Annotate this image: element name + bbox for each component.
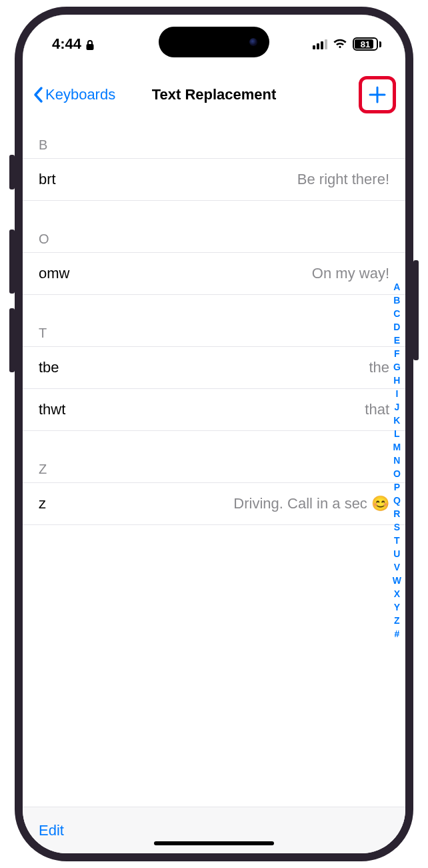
add-button[interactable]	[360, 77, 395, 112]
alpha-index-item[interactable]: C	[393, 307, 400, 320]
alpha-index-item[interactable]: F	[394, 347, 400, 360]
alpha-index-item[interactable]: A	[393, 280, 400, 293]
alpha-index-item[interactable]: S	[394, 520, 400, 533]
lock-icon	[85, 38, 95, 50]
alpha-index-item[interactable]: Y	[394, 600, 400, 613]
plus-icon	[367, 84, 388, 105]
alpha-index-item[interactable]: K	[393, 414, 400, 426]
alpha-index-item[interactable]: Z	[394, 614, 400, 626]
alpha-index-item[interactable]: P	[394, 480, 400, 493]
alpha-index-item[interactable]: L	[394, 427, 400, 440]
back-label: Keyboards	[45, 86, 115, 103]
volume-up-button	[9, 230, 15, 294]
power-button	[413, 260, 419, 360]
shortcut-text: z	[39, 495, 46, 512]
cellular-icon	[313, 39, 327, 49]
page-title: Text Replacement	[152, 86, 277, 103]
replacement-row[interactable]: omwOn my way!	[23, 253, 405, 295]
volume-down-button	[9, 308, 15, 372]
alpha-index-item[interactable]: O	[393, 467, 401, 480]
alpha-index-item[interactable]: #	[394, 627, 399, 640]
section-gap	[23, 295, 405, 322]
phrase-text: On my way!	[312, 265, 389, 282]
alpha-index-item[interactable]: H	[393, 374, 400, 386]
content[interactable]: BbrtBe right there!OomwOn my way!Ttbethe…	[23, 113, 405, 807]
alpha-index-item[interactable]: I	[395, 387, 398, 400]
alpha-index-item[interactable]: N	[393, 454, 400, 466]
wifi-icon	[333, 39, 347, 49]
home-indicator[interactable]	[154, 841, 274, 845]
section-header: T	[23, 322, 405, 347]
replacement-row[interactable]: thwtthat	[23, 389, 405, 431]
phrase-text: Be right there!	[297, 171, 389, 188]
replacement-row[interactable]: tbethe	[23, 347, 405, 389]
volume-switch	[9, 155, 15, 189]
replacement-row[interactable]: brtBe right there!	[23, 159, 405, 201]
alpha-index-item[interactable]: E	[394, 334, 400, 346]
alpha-index-item[interactable]: X	[394, 587, 400, 600]
dynamic-island	[159, 27, 269, 57]
svg-rect-0	[87, 44, 94, 50]
nav-bar: Keyboards Text Replacement	[23, 76, 405, 113]
screen: 4:44 81	[23, 15, 405, 853]
alpha-index-item[interactable]: R	[393, 507, 400, 520]
phrase-text: that	[365, 401, 389, 418]
alpha-index-item[interactable]: Q	[393, 494, 401, 506]
alpha-index-item[interactable]: W	[393, 574, 401, 586]
alpha-index-item[interactable]: D	[393, 320, 400, 333]
alpha-index[interactable]: ABCDEFGHIJKLMNOPQRSTUVWXYZ#	[393, 280, 401, 640]
phrase-text: the	[369, 359, 389, 376]
shortcut-text: brt	[39, 171, 56, 188]
edit-button[interactable]: Edit	[39, 822, 64, 839]
alpha-index-item[interactable]: T	[394, 534, 400, 546]
bottom-toolbar: Edit	[23, 807, 405, 853]
battery-icon: 81	[353, 37, 381, 51]
chevron-left-icon	[32, 86, 44, 103]
section-gap	[23, 201, 405, 228]
shortcut-text: thwt	[39, 401, 65, 418]
phone-frame: 4:44 81	[15, 7, 413, 861]
section-header: B	[23, 133, 405, 159]
alpha-index-item[interactable]: J	[394, 400, 399, 413]
section-gap	[23, 431, 405, 458]
shortcut-text: tbe	[39, 359, 59, 376]
alpha-index-item[interactable]: B	[393, 294, 400, 306]
replacement-row[interactable]: zDriving. Call in a sec 😊	[23, 483, 405, 525]
alpha-index-item[interactable]: M	[393, 440, 401, 453]
alpha-index-item[interactable]: G	[393, 360, 401, 373]
phrase-text: Driving. Call in a sec 😊	[233, 495, 389, 512]
status-left: 4:44	[52, 35, 95, 53]
status-right: 81	[313, 37, 381, 51]
status-time: 4:44	[52, 35, 81, 53]
alpha-index-item[interactable]: V	[394, 560, 400, 573]
alpha-index-item[interactable]: U	[393, 547, 400, 560]
section-header: O	[23, 228, 405, 253]
battery-percentage: 81	[361, 39, 370, 49]
shortcut-text: omw	[39, 265, 69, 282]
section-header: Z	[23, 458, 405, 483]
back-button[interactable]: Keyboards	[32, 86, 115, 103]
